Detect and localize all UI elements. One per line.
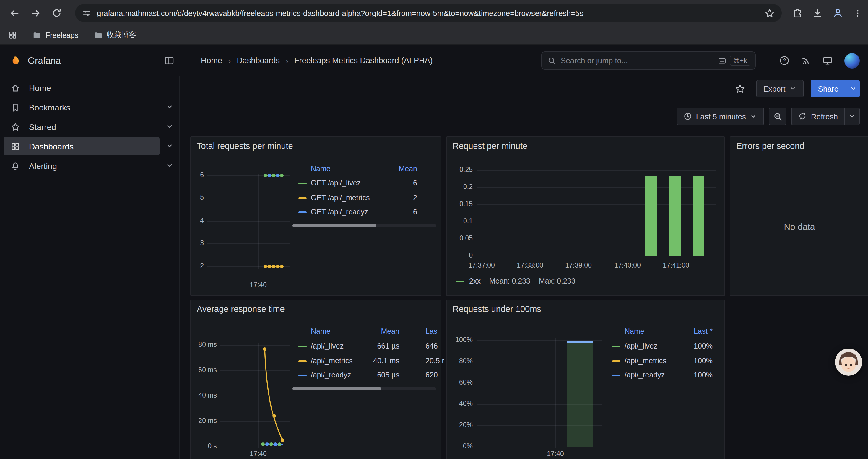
bar-100pct [567, 341, 593, 447]
sidebar-item-starred[interactable]: Starred [4, 118, 159, 136]
legend-scrollbar-thumb[interactable] [292, 387, 381, 391]
legend-series-mean: 6 [362, 208, 417, 216]
legend-swatch [299, 211, 307, 213]
panel-title[interactable]: Request per minute [453, 141, 527, 151]
favorite-star-button[interactable] [731, 80, 749, 97]
x-tick: 17:40 [241, 281, 276, 288]
bookmark-folder-freeleaps[interactable]: Freeleaps [32, 31, 78, 40]
forward-icon [30, 8, 40, 18]
browser-toolbar: grafana.mathmast.com/d/deytv4rwavabkb/fr… [0, 0, 868, 26]
sidebar-item-alerting[interactable]: Alerting [4, 157, 159, 175]
export-button[interactable]: Export [756, 80, 804, 97]
data-point [264, 174, 267, 177]
legend-series-name[interactable]: /api/_metrics [625, 357, 666, 365]
legend-series-name[interactable]: GET /api/_readyz [311, 208, 368, 216]
legend-col-name[interactable]: Name [625, 327, 644, 335]
panel-requests-under-100ms: Requests under 100ms 100% 80% 60% 40% 20… [446, 299, 725, 459]
legend-series-name[interactable]: GET /api/_metrics [311, 194, 370, 202]
apps-grid-icon[interactable] [8, 31, 17, 40]
breadcrumb-dashboards[interactable]: Dashboards [237, 56, 280, 65]
url-text[interactable]: grafana.mathmast.com/d/deytv4rwavabkb/fr… [97, 8, 765, 18]
y-tick: 20% [447, 421, 473, 428]
legend-series-mean: 6 [362, 179, 417, 187]
legend-series-last: 100% [665, 371, 713, 379]
chevron-down-icon[interactable] [165, 103, 174, 111]
sidebar-item-dashboards[interactable]: Dashboards [4, 137, 159, 155]
data-point [268, 174, 271, 177]
legend-col-name[interactable]: Name [311, 165, 331, 173]
profile-avatar-icon[interactable] [833, 8, 843, 18]
reload-button[interactable] [49, 5, 65, 21]
legend-col-last[interactable]: Las [426, 327, 437, 335]
sidebar-row-bookmarks: Bookmarks [0, 98, 180, 117]
address-bar[interactable]: grafana.mathmast.com/d/deytv4rwavabkb/fr… [75, 4, 782, 22]
sidebar-item-home[interactable]: Home [4, 78, 159, 97]
help-icon[interactable]: ? [779, 56, 789, 66]
refresh-interval-caret[interactable] [845, 107, 860, 125]
panel-title[interactable]: Average response time [197, 304, 285, 314]
legend-series-last: 100% [665, 357, 713, 365]
y-tick: 6 [191, 171, 204, 178]
legend-scrollbar-thumb[interactable] [292, 224, 376, 227]
share-menu-caret[interactable] [845, 80, 860, 97]
chevron-down-icon[interactable] [165, 122, 174, 131]
legend-swatch [299, 360, 307, 362]
bookmark-star-icon[interactable] [765, 8, 775, 18]
refresh-split-button: Refresh [792, 107, 860, 125]
sidebar-item-label: Bookmarks [29, 102, 70, 112]
browser-menu-icon[interactable] [853, 8, 862, 18]
legend-series-name[interactable]: /api/_readyz [625, 371, 665, 379]
downloads-icon[interactable] [812, 8, 823, 18]
panel-title[interactable]: Total requests per minute [197, 141, 293, 151]
share-button[interactable]: Share [811, 80, 845, 97]
chevron-down-icon [849, 85, 857, 92]
search-input[interactable] [561, 56, 718, 65]
breadcrumb-home[interactable]: Home [201, 56, 222, 65]
panel-title[interactable]: Errors per second [736, 141, 804, 151]
sidebar-item-bookmarks[interactable]: Bookmarks [4, 98, 159, 117]
legend-col-mean[interactable]: Mean [333, 327, 399, 335]
grafana-brand[interactable]: Grafana [9, 45, 61, 76]
legend-col-last[interactable]: Last * [665, 327, 713, 335]
dock-menu-toggle-icon[interactable] [164, 56, 174, 66]
bookmark-folder-blogs[interactable]: 收藏博客 [94, 30, 136, 40]
refresh-button[interactable]: Refresh [792, 107, 845, 125]
legend-series-mean: 661 µs [333, 342, 399, 350]
extensions-icon[interactable] [793, 8, 802, 18]
monitor-icon[interactable] [823, 56, 833, 66]
zoom-out-button[interactable] [769, 107, 787, 125]
legend-stat-mean: Mean: 0.233 [489, 277, 530, 285]
panel-errors-per-second: Errors per second No data [730, 136, 868, 296]
legend-col-name[interactable]: Name [311, 327, 331, 335]
data-point [274, 442, 277, 446]
y-tick: 40% [447, 400, 473, 407]
legend-series-mean: 40.1 ms [333, 357, 399, 365]
news-rss-icon[interactable] [801, 56, 811, 65]
user-avatar[interactable] [844, 53, 860, 68]
time-range-picker[interactable]: Last 5 minutes [677, 107, 764, 125]
chevron-down-icon[interactable] [165, 142, 174, 150]
chevron-down-icon[interactable] [165, 161, 174, 169]
legend-col-mean[interactable]: Mean [362, 165, 417, 173]
keyboard-icon [718, 57, 726, 65]
site-settings-icon[interactable] [82, 8, 91, 18]
reload-icon [52, 8, 61, 18]
legend-series-last: 100% [665, 342, 713, 350]
panel-title[interactable]: Requests under 100ms [453, 304, 541, 314]
search-box[interactable]: ⌘+k [541, 52, 756, 70]
legend-series-name[interactable]: 2xx [469, 277, 481, 285]
forward-button[interactable] [27, 5, 44, 21]
assistant-avatar[interactable] [835, 349, 862, 376]
data-point [276, 265, 279, 268]
share-label: Share [818, 84, 838, 93]
back-button[interactable] [6, 5, 23, 21]
x-tick: 17:41:00 [658, 262, 694, 269]
legend-series-name[interactable]: GET /api/_livez [311, 179, 361, 187]
legend-series-name[interactable]: /api/_livez [625, 342, 657, 350]
bookmarks-bar: Freeleaps 收藏博客 [0, 26, 868, 45]
dashboards-icon [11, 141, 20, 151]
bookmark-icon [11, 102, 20, 112]
legend-swatch [299, 197, 307, 199]
export-label: Export [763, 84, 785, 93]
y-tick: 0.15 [447, 200, 473, 207]
